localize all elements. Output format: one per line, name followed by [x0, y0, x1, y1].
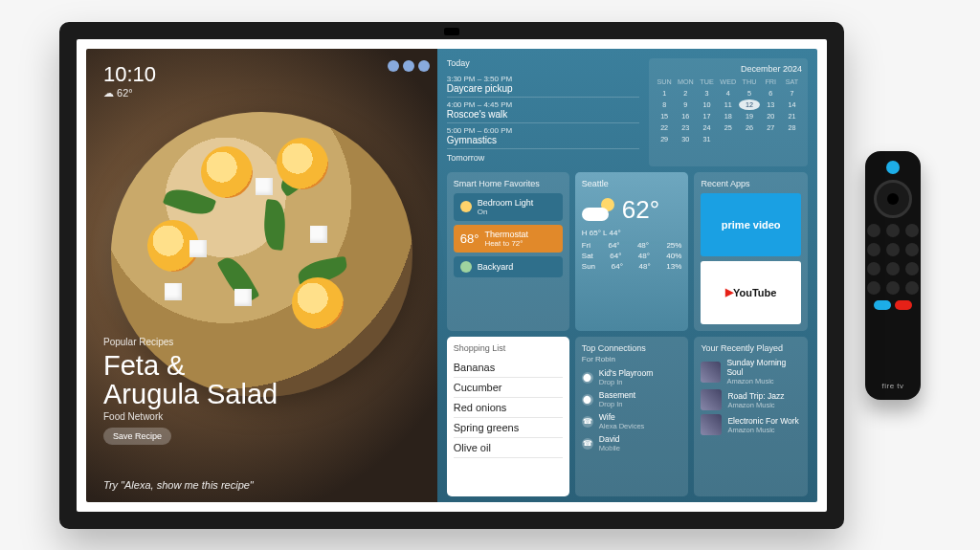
- vol-up-button[interactable]: [867, 262, 880, 275]
- calendar-widget[interactable]: December 2024 SUNMONTUEWEDTHUFRISAT12345…: [649, 58, 808, 166]
- shopping-list-widget[interactable]: Shopping List Bananas Cucumber Red onion…: [447, 337, 569, 496]
- remote-brand: fire tv: [881, 382, 903, 390]
- netflix-shortcut[interactable]: [895, 300, 912, 310]
- back-button[interactable]: [867, 224, 880, 237]
- save-recipe-button[interactable]: Save Recipe: [103, 428, 171, 445]
- weather-icon: [582, 198, 614, 221]
- calendar-day[interactable]: 21: [782, 111, 802, 121]
- calendar-day[interactable]: 2: [676, 88, 696, 99]
- calendar-day[interactable]: 11: [718, 99, 738, 110]
- connection-item[interactable]: ☎WifeAlexa Devices: [582, 411, 682, 431]
- thermostat-tile[interactable]: 68° Thermostat Heat to 72°: [454, 225, 563, 253]
- calendar-day[interactable]: 20: [761, 111, 781, 121]
- calendar-day[interactable]: 18: [718, 111, 738, 121]
- forecast-row: Sat64°48°40%: [582, 251, 682, 261]
- album-art: [701, 414, 722, 435]
- calendar-day[interactable]: 13: [761, 99, 781, 110]
- track-item[interactable]: Electronic For WorkAmazon Music: [701, 414, 801, 435]
- calendar-day[interactable]: 23: [676, 122, 696, 133]
- calendar-day[interactable]: 12: [739, 99, 759, 110]
- track-item[interactable]: Road Trip: JazzAmazon Music: [701, 389, 801, 410]
- calendar-day[interactable]: 25: [718, 122, 738, 133]
- calendar-day[interactable]: 30: [676, 134, 696, 144]
- list-item[interactable]: Olive oil: [454, 438, 563, 458]
- prime-video-app[interactable]: prime video: [701, 193, 801, 256]
- list-item[interactable]: Bananas: [454, 358, 563, 378]
- ch-up-button[interactable]: [905, 262, 919, 275]
- youtube-app[interactable]: ▶ YouTube: [701, 261, 801, 324]
- tomorrow-label: Tomorrow: [447, 153, 639, 163]
- calendar-day[interactable]: 14: [782, 99, 802, 110]
- list-item[interactable]: Cucumber: [454, 378, 563, 398]
- calendar-day[interactable]: 10: [697, 99, 717, 110]
- dpad[interactable]: [874, 180, 912, 218]
- menu-button[interactable]: [905, 224, 919, 237]
- calendar-day[interactable]: 5: [739, 88, 759, 99]
- vol-down-button[interactable]: [867, 281, 880, 295]
- calendar-day[interactable]: 8: [655, 99, 675, 110]
- smart-home-widget[interactable]: Smart Home Favorites Bedroom Light On 68…: [447, 172, 569, 332]
- list-item[interactable]: Red onions: [454, 398, 563, 418]
- recipe-source: Food Network: [103, 411, 278, 422]
- home-icon: [460, 261, 472, 273]
- recent-apps-widget: Recent Apps prime video ▶ YouTube: [694, 172, 808, 332]
- camera-notch: [444, 28, 459, 35]
- hi-lo: H 65° L 44°: [582, 229, 621, 237]
- album-art: [701, 362, 721, 383]
- calendar-day[interactable]: 28: [782, 122, 802, 133]
- calendar-day[interactable]: 16: [676, 111, 696, 121]
- connections-widget[interactable]: Top Connections For Robin ⬤Kid's Playroo…: [575, 337, 689, 496]
- list-item[interactable]: Spring greens: [454, 418, 563, 438]
- voice-button[interactable]: [886, 161, 900, 174]
- status-avatars[interactable]: [388, 60, 430, 72]
- calendar-day[interactable]: 15: [655, 111, 675, 121]
- calendar-day[interactable]: 31: [697, 134, 717, 144]
- time: 10:10: [103, 62, 156, 87]
- dashboard-pane: Today 3:30 PM – 3:50 PM Daycare pickup 4…: [437, 49, 817, 502]
- home-screen: 10:10 ☁ 62° Popular Recipes Feta & Arugu…: [86, 49, 817, 502]
- calendar-day[interactable]: 29: [655, 134, 675, 144]
- light-tile[interactable]: Bedroom Light On: [454, 193, 563, 221]
- calendar-day[interactable]: 3: [697, 88, 717, 99]
- calendar-day[interactable]: 27: [761, 122, 781, 133]
- calendar-day[interactable]: 4: [718, 88, 738, 99]
- avatar[interactable]: [403, 60, 414, 72]
- calendar-day[interactable]: 17: [697, 111, 717, 121]
- calendar-day[interactable]: 9: [676, 99, 696, 110]
- connection-item[interactable]: ☎DavidMobile: [582, 433, 682, 453]
- prime-shortcut[interactable]: [874, 300, 891, 310]
- calendar-day[interactable]: 1: [655, 88, 675, 99]
- weather-widget[interactable]: Seattle 62° H 65° L 44° Fri64°48°25% Sat…: [575, 172, 689, 332]
- recently-played-widget[interactable]: Your Recently Played Sunday Morning Soul…: [694, 337, 808, 496]
- mute-button[interactable]: [886, 281, 900, 295]
- clock: 10:10 ☁ 62°: [103, 62, 156, 99]
- agenda-event[interactable]: 5:00 PM – 6:00 PM Gymnastics: [447, 123, 639, 149]
- contact-icon: ☎: [582, 416, 593, 428]
- forward-button[interactable]: [905, 243, 919, 256]
- calendar-day[interactable]: 6: [761, 88, 781, 99]
- connection-item[interactable]: ⬤Kid's PlayroomDrop In: [582, 367, 682, 387]
- calendar-day[interactable]: 26: [739, 122, 759, 133]
- avatar[interactable]: [388, 60, 399, 72]
- calendar-day[interactable]: 19: [739, 111, 759, 121]
- calendar-day[interactable]: 7: [782, 88, 802, 99]
- tv-button[interactable]: [886, 262, 900, 275]
- ch-down-button[interactable]: [905, 281, 919, 295]
- rewind-button[interactable]: [867, 243, 880, 256]
- forecast-row: Fri64°48°25%: [582, 240, 682, 251]
- track-item[interactable]: Sunday Morning SoulAmazon Music: [701, 358, 801, 385]
- home-button[interactable]: [886, 224, 900, 237]
- agenda-widget[interactable]: Today 3:30 PM – 3:50 PM Daycare pickup 4…: [447, 58, 639, 166]
- recipe-category: Popular Recipes: [103, 337, 173, 347]
- temp-now: 62°: [622, 195, 659, 225]
- avatar[interactable]: [418, 60, 430, 72]
- backyard-tile[interactable]: Backyard: [454, 256, 563, 277]
- play-button[interactable]: [886, 243, 900, 256]
- agenda-event[interactable]: 4:00 PM – 4:45 PM Roscoe's walk: [447, 98, 639, 123]
- agenda-event[interactable]: 3:30 PM – 3:50 PM Daycare pickup: [447, 72, 639, 98]
- contact-icon: ☎: [582, 438, 593, 450]
- calendar-day[interactable]: 22: [655, 122, 675, 133]
- alexa-hint: Try "Alexa, show me this recipe": [103, 479, 254, 491]
- calendar-day[interactable]: 24: [697, 122, 717, 133]
- connection-item[interactable]: ⬤BasementDrop In: [582, 389, 682, 409]
